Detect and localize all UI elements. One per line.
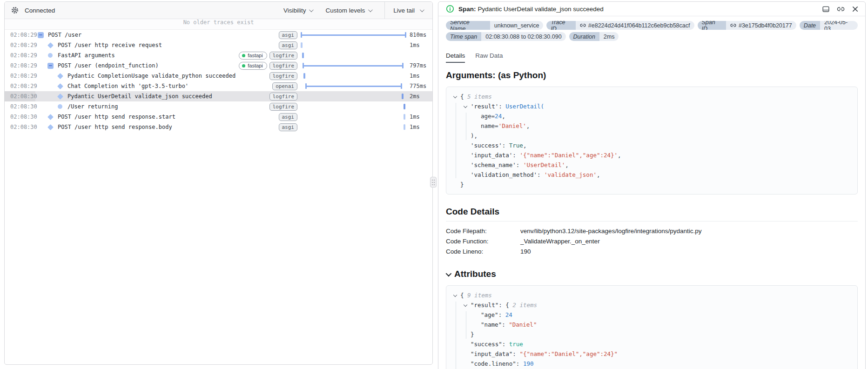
duration-tick (402, 94, 404, 99)
code-token: } (460, 181, 464, 188)
code-token: : (502, 142, 509, 149)
trace-row[interactable]: 02:08:30POST /user http send response.bo… (5, 122, 432, 132)
collapse-chevron-icon[interactable] (464, 104, 467, 108)
code-line: 'result': UserDetail( (452, 101, 852, 111)
collapse-chevron-icon[interactable] (464, 303, 467, 307)
live-trace-panel: Connected Visibility Custom levels Live … (4, 1, 433, 365)
code-token: , (618, 152, 621, 159)
duration-label: 1ms (406, 124, 432, 130)
tab-details[interactable]: Details (446, 52, 465, 63)
code-token: 'success' (471, 142, 502, 149)
meta-value-text: 2024-05-03 (824, 21, 854, 30)
code-token: '{"name":"Daniel","age":24}' (519, 152, 618, 159)
code-token: 5 items (467, 93, 492, 100)
live-tail-dropdown[interactable]: Live tail (384, 2, 432, 19)
meta-value[interactable]: #3e175db4f0b20177 (726, 21, 796, 30)
copy-link-icon[interactable] (837, 5, 845, 13)
trace-row[interactable]: 02:08:29FastAPI argumentsfastapilogfire (5, 50, 432, 60)
collapse-chevron-icon[interactable] (453, 293, 457, 297)
code-detail-row: Code Filepath:venv/lib/python3.12/site-p… (446, 226, 858, 236)
span-name: POST /user http send response.body (58, 124, 172, 130)
tree-indent (57, 104, 63, 109)
tag-badge-fastapi: fastapi (239, 62, 267, 70)
code-token: "success" (471, 341, 502, 348)
code-token: , (597, 171, 600, 178)
code-line: "success": true (452, 339, 852, 349)
visibility-dropdown[interactable]: Visibility (283, 7, 313, 14)
code-line: 'schema_name': 'UserDetail', (452, 160, 852, 170)
tree-indent (47, 115, 54, 119)
trace-row[interactable]: 02:08:29Pydantic CompletionUsage validat… (5, 71, 432, 81)
trace-row[interactable]: 02:08:30POST /user http send response.st… (5, 112, 432, 122)
meta-value: 02:08:30.088 to 02:08:30.090 (481, 32, 565, 41)
meta-value[interactable]: #e8224d24d41f064b112c6eb9cb58cacf (576, 21, 694, 30)
settings-gear-icon[interactable] (11, 7, 19, 14)
span-title: Span:Pydantic UserDetail validate_json s… (458, 6, 604, 13)
span-name: POST /user http receive request (58, 42, 162, 48)
meta-value-text: #e8224d24d41f064b112c6eb9cb58cacf (588, 22, 690, 29)
span-detail-body: Service Nameunknown_serviceTrace ID#e822… (438, 16, 865, 369)
tag-badge-logfire: logfire (269, 103, 297, 111)
duration-bar-line (306, 86, 402, 87)
meta-value-text: #3e175db4f0b20177 (739, 22, 792, 29)
trace-row-time: 02:08:29 (5, 50, 35, 60)
green-dot-icon (242, 54, 245, 57)
close-icon[interactable] (852, 6, 859, 13)
code-token: 24 (495, 113, 502, 120)
code-line: "input_data": "{"name":"Daniel","age":24… (452, 349, 852, 359)
trace-row-time: 02:08:29 (5, 81, 35, 91)
tag-list: asgi (279, 113, 301, 121)
trace-row[interactable]: 02:08:29Chat Completion with 'gpt-3.5-tu… (5, 81, 432, 91)
trace-row-time: 02:08:29 (5, 40, 35, 50)
trace-row-time: 02:08:29 (5, 60, 35, 71)
trace-row[interactable]: 02:08:30Pydantic UserDetail validate_jso… (5, 91, 432, 101)
trace-row[interactable]: 02:08:29POST /user (endpoint_function)fa… (5, 60, 432, 71)
collapse-chevron-icon[interactable] (453, 94, 457, 98)
code-line: } (452, 180, 852, 189)
collapse-minus-icon[interactable] (47, 63, 54, 69)
span-title-text: Pydantic UserDetail validate_json succee… (478, 6, 604, 13)
code-token: : (537, 171, 544, 178)
duration-bar-track (301, 101, 406, 112)
trace-row[interactable]: 02:08:30/User returninglogfire (5, 101, 432, 112)
tag-list: logfire (269, 72, 301, 80)
duration-bar (301, 32, 406, 38)
meta-label: Date (800, 21, 820, 30)
span-name: FastAPI arguments (58, 52, 115, 59)
tab-raw-data[interactable]: Raw Data (475, 52, 503, 63)
custom-levels-label: Custom levels (325, 7, 365, 14)
code-token: 'Daniel' (498, 122, 526, 129)
duration-label: 1ms (406, 73, 432, 79)
panel-resize-grip[interactable] (430, 177, 437, 188)
tag-badge-logfire: logfire (269, 72, 297, 80)
tag-list: asgi (279, 31, 301, 39)
attributes-heading[interactable]: Attributes (446, 269, 858, 279)
tag-list: fastapilogfire (239, 52, 301, 60)
tag-badge-logfire: logfire (269, 93, 297, 101)
collapse-minus-icon[interactable] (38, 32, 44, 38)
trace-row[interactable]: 02:08:29POST /user http receive requesta… (5, 40, 432, 50)
dock-panel-icon[interactable] (822, 5, 830, 13)
log-circle-icon (48, 53, 53, 58)
span-name: POST /user (48, 32, 81, 38)
duration-label: 775ms (406, 83, 432, 89)
span-name: Pydantic UserDetail validate_json succee… (67, 93, 212, 100)
code-token: True (509, 142, 523, 149)
span-diamond-icon (47, 42, 54, 48)
chevron-down-icon (368, 7, 373, 12)
duration-bar-track (301, 71, 406, 81)
span-detail-header: Span:Pydantic UserDetail validate_json s… (438, 2, 865, 16)
meta-value-text: 02:08:30.088 to 02:08:30.090 (485, 34, 561, 40)
code-line: name='Daniel', (452, 121, 852, 131)
custom-levels-dropdown[interactable]: Custom levels (325, 7, 371, 14)
duration-bar (303, 63, 404, 68)
attributes-heading-label: Attributes (454, 269, 496, 279)
tree-indent (47, 63, 54, 69)
meta-value: 2ms (599, 32, 619, 41)
trace-row[interactable]: 02:08:29POST /userasgi810ms (5, 30, 432, 40)
span-diamond-icon (57, 83, 63, 89)
code-token: UserDetail( (505, 103, 544, 110)
meta-value-text: unknown_service (494, 22, 539, 29)
duration-bar (305, 83, 402, 89)
code-token: "result" (471, 302, 498, 309)
